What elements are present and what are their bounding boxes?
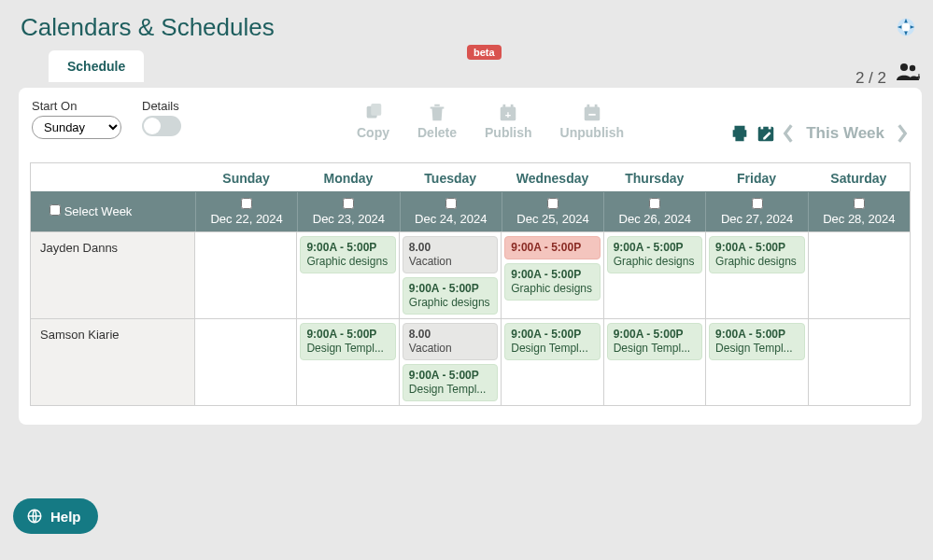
prev-week-icon[interactable]: [782, 123, 795, 144]
day-date-header[interactable]: Dec 23, 2024: [297, 192, 399, 231]
svg-point-1: [901, 22, 910, 31]
people-count: 2 / 2: [855, 69, 886, 88]
day-checkbox[interactable]: [649, 198, 660, 209]
day-cell[interactable]: 8.00Vacation9:00A - 5:00PGraphic designs: [400, 232, 502, 318]
day-header: Friday: [705, 163, 807, 191]
day-cell[interactable]: 9:00A - 5:00PGraphic designs: [297, 232, 399, 318]
this-week-button[interactable]: This Week: [806, 124, 884, 143]
shift-block[interactable]: 9:00A - 5:00P: [504, 236, 600, 259]
next-week-icon[interactable]: [896, 123, 909, 144]
shift-block[interactable]: 9:00A - 5:00PDesign Templ...: [607, 323, 702, 360]
svg-text:+: +: [916, 72, 920, 82]
table-row: Jayden Danns9:00A - 5:00PGraphic designs…: [31, 231, 910, 318]
day-date-header[interactable]: Dec 24, 2024: [400, 192, 502, 231]
page-title: Calendars & Schedules: [0, 0, 933, 51]
employee-name[interactable]: Jayden Danns: [31, 232, 195, 318]
globe-icon: [26, 508, 43, 525]
day-header: Thursday: [603, 163, 705, 191]
shift-block[interactable]: 8.00Vacation: [403, 323, 498, 360]
delete-button[interactable]: Delete: [417, 103, 457, 140]
shift-block[interactable]: 9:00A - 5:00PDesign Templ...: [300, 323, 395, 360]
day-cell[interactable]: 9:00A - 5:00PGraphic designs: [604, 232, 706, 318]
lifesaver-icon[interactable]: [896, 17, 916, 37]
people-icon[interactable]: +: [896, 62, 920, 88]
shift-block[interactable]: 9:00A - 5:00PGraphic designs: [607, 236, 702, 273]
day-cell[interactable]: [195, 319, 297, 405]
start-on-select[interactable]: Sunday: [32, 116, 121, 139]
schedule-card: Start On Sunday Details Copy Delete + Pu…: [19, 88, 922, 425]
day-checkbox[interactable]: [241, 198, 252, 209]
beta-badge: beta: [467, 45, 502, 60]
copy-label: Copy: [357, 125, 389, 140]
day-checkbox[interactable]: [752, 198, 763, 209]
day-cell[interactable]: 9:00A - 5:00PDesign Templ...: [502, 319, 603, 405]
day-header: Wednesday: [502, 163, 603, 191]
svg-rect-16: [761, 125, 764, 130]
shift-block[interactable]: 9:00A - 5:00PGraphic designs: [709, 236, 804, 273]
copy-button[interactable]: Copy: [357, 103, 389, 140]
svg-point-2: [900, 63, 908, 71]
svg-rect-12: [587, 105, 589, 109]
tab-schedule[interactable]: Schedule: [49, 50, 144, 82]
shift-block[interactable]: 9:00A - 5:00PGraphic designs: [403, 277, 498, 315]
publish-button[interactable]: + Publish: [485, 103, 532, 140]
shift-block[interactable]: 9:00A - 5:00PDesign Templ...: [504, 323, 600, 360]
help-label: Help: [50, 509, 81, 525]
day-cell[interactable]: 9:00A - 5:00P9:00A - 5:00PGraphic design…: [502, 232, 603, 318]
delete-label: Delete: [417, 125, 457, 140]
day-date-header[interactable]: Dec 27, 2024: [705, 192, 807, 231]
day-checkbox[interactable]: [547, 198, 558, 209]
svg-rect-13: [595, 105, 598, 109]
unpublish-label: Unpublish: [560, 125, 624, 140]
print-icon[interactable]: [729, 123, 750, 144]
shift-block[interactable]: 9:00A - 5:00PDesign Templ...: [403, 364, 498, 401]
day-checkbox[interactable]: [854, 198, 865, 209]
day-checkbox[interactable]: [343, 198, 354, 209]
day-header: Monday: [297, 163, 399, 191]
shift-block[interactable]: 9:00A - 5:00PGraphic designs: [300, 236, 395, 273]
svg-rect-17: [769, 125, 771, 130]
select-week-label: Select Week: [64, 204, 133, 218]
calendar-edit-icon[interactable]: [756, 123, 776, 144]
day-date-header[interactable]: Dec 22, 2024: [195, 192, 297, 231]
day-header: Tuesday: [400, 163, 502, 191]
start-on-label: Start On: [32, 99, 121, 113]
day-date-header[interactable]: Dec 25, 2024: [502, 192, 603, 231]
day-header: Sunday: [195, 163, 297, 191]
day-cell[interactable]: [195, 232, 297, 318]
day-cell[interactable]: 9:00A - 5:00PDesign Templ...: [297, 319, 399, 405]
shift-block[interactable]: 8.00Vacation: [403, 236, 498, 273]
svg-rect-15: [758, 127, 774, 142]
help-button[interactable]: Help: [13, 498, 98, 534]
svg-point-3: [910, 65, 915, 71]
svg-rect-14: [588, 114, 595, 116]
table-row: Samson Kiarie9:00A - 5:00PDesign Templ..…: [31, 318, 910, 405]
day-cell[interactable]: 8.00Vacation9:00A - 5:00PDesign Templ...: [400, 319, 502, 405]
day-cell[interactable]: 9:00A - 5:00PDesign Templ...: [604, 319, 706, 405]
details-label: Details: [142, 99, 181, 113]
svg-text:+: +: [505, 109, 511, 120]
day-header: Saturday: [808, 163, 910, 191]
day-cell[interactable]: 9:00A - 5:00PDesign Templ...: [706, 319, 808, 405]
details-toggle[interactable]: [142, 116, 181, 136]
shift-block[interactable]: 9:00A - 5:00PDesign Templ...: [709, 323, 804, 360]
day-cell[interactable]: 9:00A - 5:00PGraphic designs: [706, 232, 808, 318]
shift-block[interactable]: 9:00A - 5:00PGraphic designs: [504, 263, 600, 301]
day-date-header[interactable]: Dec 26, 2024: [603, 192, 705, 231]
unpublish-button[interactable]: Unpublish: [560, 103, 624, 140]
day-cell[interactable]: [809, 319, 910, 405]
svg-rect-6: [371, 104, 381, 116]
schedule-grid: SundayMondayTuesdayWednesdayThursdayFrid…: [30, 162, 911, 406]
employee-name[interactable]: Samson Kiarie: [31, 319, 195, 405]
day-cell[interactable]: [809, 232, 910, 318]
select-week-checkbox[interactable]: Select Week: [49, 204, 132, 218]
day-date-header[interactable]: Dec 28, 2024: [808, 192, 910, 231]
publish-label: Publish: [485, 125, 532, 140]
day-checkbox[interactable]: [445, 198, 457, 209]
